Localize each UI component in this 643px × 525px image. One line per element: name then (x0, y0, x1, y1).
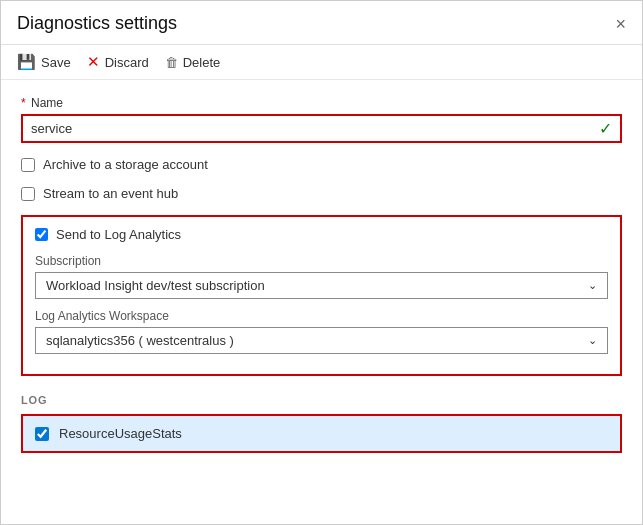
archive-label[interactable]: Archive to a storage account (43, 157, 208, 172)
archive-checkbox[interactable] (21, 158, 35, 172)
name-input-wrapper: ✓ (21, 114, 622, 143)
subscription-label: Subscription (35, 254, 608, 268)
toolbar: 💾 Save ✕ Discard 🗑 Delete (1, 45, 642, 80)
name-label-text: Name (31, 96, 63, 110)
subscription-value: Workload Insight dev/test subscription (46, 278, 265, 293)
resource-usage-checkbox[interactable] (35, 427, 49, 441)
stream-checkbox-row: Stream to an event hub (21, 186, 622, 201)
dialog-title: Diagnostics settings (17, 13, 177, 34)
discard-icon: ✕ (87, 53, 100, 71)
name-label: * Name (21, 96, 622, 110)
workspace-field: Log Analytics Workspace sqlanalytics356 … (35, 309, 608, 354)
workspace-dropdown[interactable]: sqlanalytics356 ( westcentralus ) ⌄ (35, 327, 608, 354)
delete-label: Delete (183, 55, 221, 70)
log-item: ResourceUsageStats (23, 416, 620, 451)
workspace-dropdown-arrow: ⌄ (588, 334, 597, 347)
workspace-value: sqlanalytics356 ( westcentralus ) (46, 333, 234, 348)
stream-checkbox[interactable] (21, 187, 35, 201)
send-to-log-checkbox[interactable] (35, 228, 48, 241)
dialog-content: * Name ✓ Archive to a storage account St… (1, 80, 642, 524)
input-check-icon: ✓ (599, 119, 620, 138)
subscription-field: Subscription Workload Insight dev/test s… (35, 254, 608, 299)
save-button[interactable]: 💾 Save (17, 53, 71, 71)
name-field-group: * Name ✓ (21, 96, 622, 143)
send-to-log-header: Send to Log Analytics (35, 227, 608, 242)
delete-icon: 🗑 (165, 55, 178, 70)
log-section-label: LOG (21, 394, 622, 406)
discard-label: Discard (105, 55, 149, 70)
save-label: Save (41, 55, 71, 70)
workspace-label: Log Analytics Workspace (35, 309, 608, 323)
log-analytics-section: Send to Log Analytics Subscription Workl… (21, 215, 622, 376)
diagnostics-settings-dialog: Diagnostics settings × 💾 Save ✕ Discard … (0, 0, 643, 525)
dialog-header: Diagnostics settings × (1, 1, 642, 45)
log-item-wrapper: ResourceUsageStats (21, 414, 622, 453)
send-to-log-label[interactable]: Send to Log Analytics (56, 227, 181, 242)
log-section: LOG ResourceUsageStats (21, 394, 622, 453)
name-input[interactable] (23, 116, 599, 141)
discard-button[interactable]: ✕ Discard (87, 53, 149, 71)
subscription-dropdown-arrow: ⌄ (588, 279, 597, 292)
resource-usage-label[interactable]: ResourceUsageStats (59, 426, 182, 441)
save-icon: 💾 (17, 53, 36, 71)
stream-label[interactable]: Stream to an event hub (43, 186, 178, 201)
delete-button[interactable]: 🗑 Delete (165, 55, 221, 70)
subscription-dropdown[interactable]: Workload Insight dev/test subscription ⌄ (35, 272, 608, 299)
close-button[interactable]: × (615, 15, 626, 33)
archive-checkbox-row: Archive to a storage account (21, 157, 622, 172)
required-star: * (21, 96, 26, 110)
